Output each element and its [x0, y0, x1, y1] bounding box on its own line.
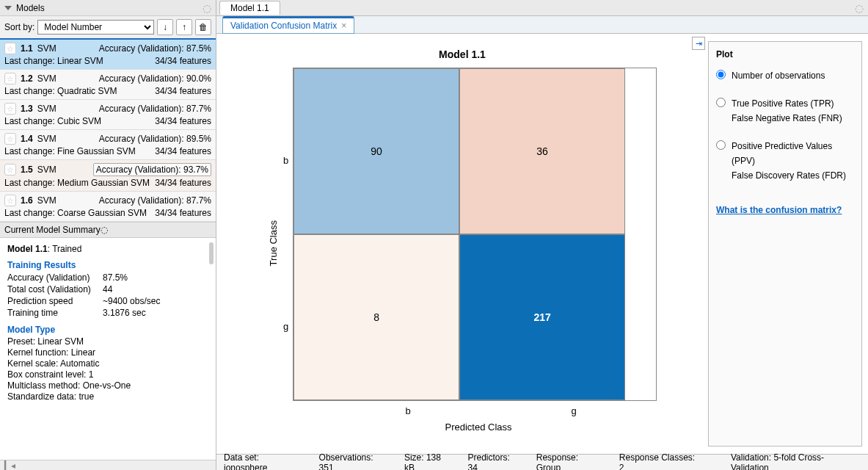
chart-title: Model 1.1: [231, 48, 693, 60]
model-row-1-6[interactable]: ☆ 1.6 SVM Accuracy (Validation): 87.7% L…: [0, 192, 216, 222]
radio-tpr-fnr[interactable]: [716, 98, 726, 107]
status-size: Size: 138 kB: [404, 452, 453, 471]
sort-bar: Sort by: Model Number ↓ ↑ 🗑: [0, 16, 216, 40]
cm-cell: 90: [293, 68, 459, 234]
model-id: 1.1: [21, 43, 33, 54]
main-tabbar: Model 1.1 ◌: [216, 0, 868, 16]
status-bar: Data set: ionosphere Observations: 351 S…: [216, 454, 868, 470]
star-icon[interactable]: ☆: [4, 133, 16, 145]
y-axis-label: True Class: [268, 220, 279, 266]
sort-select[interactable]: Model Number: [37, 20, 154, 35]
model-row-1-1[interactable]: ☆ 1.1 SVM Accuracy (Validation): 87.5% L…: [0, 40, 216, 70]
y-ticks: b g: [283, 77, 288, 409]
delete-button[interactable]: 🗑: [195, 19, 211, 35]
panel-handle[interactable]: ▎◂: [0, 460, 216, 470]
right-panel: Model 1.1 ◌ Validation Confusion Matrix …: [216, 0, 868, 470]
collapse-icon[interactable]: [4, 6, 12, 10]
star-icon[interactable]: ☆: [4, 164, 16, 176]
model-type-header: Model Type: [7, 325, 208, 335]
sort-down-button[interactable]: ↓: [157, 19, 173, 35]
sort-up-button[interactable]: ↑: [176, 19, 192, 35]
gear-icon[interactable]: ◌: [203, 2, 211, 14]
plot-options-title: Plot: [716, 49, 854, 59]
chart-zone: ⇥ Model 1.1 True Class b g 90 36 8 217: [216, 34, 708, 454]
model-row-1-2[interactable]: ☆ 1.2 SVM Accuracy (Validation): 90.0% L…: [0, 70, 216, 100]
model-row-1-3[interactable]: ☆ 1.3 SVM Accuracy (Validation): 87.7% L…: [0, 100, 216, 130]
gear-icon[interactable]: ◌: [855, 2, 864, 14]
x-axis-label: Predicted Class: [263, 422, 693, 433]
plot-options: Plot Number of observations True Positiv…: [708, 41, 862, 446]
tab-model[interactable]: Model 1.1: [219, 1, 280, 15]
scrollbar[interactable]: [209, 242, 214, 264]
cm-cell: 36: [459, 68, 625, 234]
cm-cell: 217: [459, 234, 625, 400]
model-row-1-5[interactable]: ☆ 1.5 SVM Accuracy (Validation): 93.7% L…: [0, 160, 216, 192]
summary-header: Current Model Summary ◌: [0, 222, 216, 238]
model-list: ☆ 1.1 SVM Accuracy (Validation): 87.5% L…: [0, 40, 216, 222]
training-results-header: Training Results: [7, 260, 208, 270]
help-link[interactable]: What is the confusion matrix?: [716, 205, 842, 215]
status-dataset: Data set: ionosphere: [224, 452, 304, 471]
plot-area: ⇥ Model 1.1 True Class b g 90 36 8 217: [216, 34, 868, 454]
model-type: SVM: [37, 43, 56, 54]
gear-icon[interactable]: ◌: [101, 225, 108, 235]
status-classes: Response Classes: 2: [619, 452, 701, 471]
expand-icon[interactable]: ⇥: [692, 37, 705, 50]
star-icon[interactable]: ☆: [4, 73, 16, 84]
status-response: Response: Group: [536, 452, 605, 471]
status-predictors: Predictors: 34: [468, 452, 522, 471]
sub-tabbar: Validation Confusion Matrix ×: [216, 16, 868, 34]
models-title: Models: [16, 3, 203, 13]
model-row-1-4[interactable]: ☆ 1.4 SVM Accuracy (Validation): 89.5% L…: [0, 130, 216, 160]
left-panel: Models ◌ Sort by: Model Number ↓ ↑ 🗑 ☆ 1…: [0, 0, 216, 470]
radio-observations[interactable]: [716, 70, 726, 79]
models-header: Models ◌: [0, 0, 216, 16]
star-icon[interactable]: ☆: [4, 195, 16, 206]
cm-cell: 8: [293, 234, 459, 400]
status-observations: Observations: 351: [319, 452, 390, 471]
status-validation: Validation: 5-fold Cross-Validation: [731, 452, 861, 471]
summary-title: Current Model Summary: [4, 225, 101, 235]
star-icon[interactable]: ☆: [4, 103, 16, 115]
confusion-matrix: 90 36 8 217: [293, 68, 657, 401]
summary-body: Model 1.1: Trained Training Results Accu…: [0, 238, 216, 460]
close-icon[interactable]: ×: [341, 21, 346, 31]
tab-confusion-matrix[interactable]: Validation Confusion Matrix ×: [222, 16, 354, 34]
star-icon[interactable]: ☆: [4, 43, 16, 54]
x-ticks: b g: [325, 405, 657, 416]
radio-ppv-fdr[interactable]: [716, 140, 726, 150]
sort-label: Sort by:: [4, 22, 34, 32]
